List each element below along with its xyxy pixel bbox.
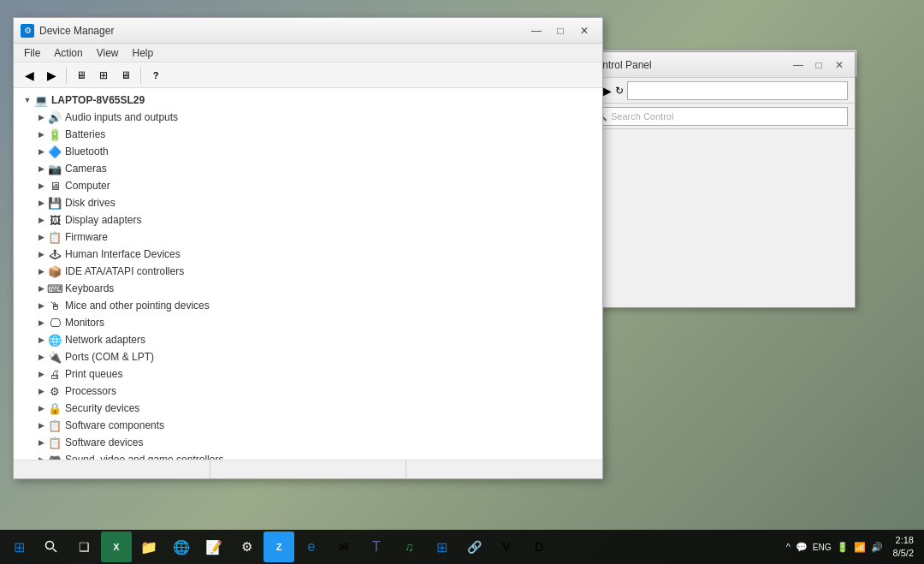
dm-maximize-button[interactable]: □ [549, 22, 572, 39]
toolbar-separator-2 [140, 67, 141, 84]
taskbar-teams-icon[interactable]: T [361, 531, 392, 562]
taskbar-zoom-icon[interactable]: Z [264, 531, 294, 562]
cp-refresh-button[interactable]: ↻ [615, 85, 624, 97]
taskbar-explorer-icon[interactable]: 📁 [133, 531, 164, 562]
tree-expand-icon[interactable]: ▶ [34, 367, 48, 381]
tree-item[interactable]: ▶🎮Sound, video and game controllers [14, 451, 602, 460]
tree-item[interactable]: ▶📋Software components [14, 417, 602, 434]
tree-item[interactable]: ▶📋Firmware [14, 229, 602, 246]
menu-action[interactable]: Action [47, 45, 89, 61]
tree-root-item[interactable]: ▼ 💻 LAPTOP-8V65SL29 [14, 92, 602, 109]
cp-search-bar[interactable]: 🔍 Search Control [589, 107, 848, 126]
cp-forward-button[interactable]: ▶ [602, 84, 612, 98]
toolbar-monitor-button[interactable]: 🖥 [116, 65, 136, 86]
systray-language[interactable]: ENG [813, 543, 832, 552]
tree-expand-icon[interactable]: ▶ [34, 110, 48, 124]
tree-expand-icon[interactable]: ▶ [34, 299, 48, 312]
toolbar-help-button[interactable]: ? [145, 65, 166, 86]
taskbar-spotify-icon[interactable]: ♫ [394, 531, 424, 562]
dm-close-button[interactable]: ✕ [573, 22, 595, 39]
tree-item-icon: 🌐 [48, 333, 62, 347]
taskbar-apps-icon[interactable]: ⊞ [426, 531, 457, 562]
taskbar-app4-icon[interactable]: D [524, 531, 554, 562]
tree-item-label: Software devices [65, 436, 143, 448]
cp-minimize-button[interactable]: — [790, 56, 807, 74]
tree-item[interactable]: ▶⌨Keyboards [14, 280, 602, 297]
tree-expand-icon[interactable]: ▶ [34, 213, 48, 227]
tree-item-icon: 💾 [48, 196, 62, 210]
start-button[interactable]: ⊞ [3, 531, 34, 562]
tree-expand-icon[interactable]: ▶ [34, 316, 48, 329]
toolbar-computer-button[interactable]: 🖥 [71, 65, 92, 86]
tree-item-label: Display adapters [65, 214, 141, 226]
tree-item[interactable]: ▶🔒Security devices [14, 400, 602, 417]
tree-item[interactable]: ▶🖵Monitors [14, 314, 602, 331]
menu-file[interactable]: File [17, 45, 47, 61]
tree-expand-icon[interactable]: ▶ [34, 401, 48, 415]
tree-item[interactable]: ▶🔷Bluetooth [14, 143, 602, 160]
tree-item[interactable]: ▶📷Cameras [14, 160, 602, 177]
taskbar-chrome-icon[interactable]: 🌐 [166, 531, 197, 562]
tree-expand-icon[interactable]: ▶ [34, 196, 48, 210]
tree-item[interactable]: ▶🖥Computer [14, 177, 602, 194]
systray-volume[interactable]: 🔊 [871, 542, 883, 553]
tree-item-icon: 🖼 [48, 213, 62, 227]
tree-item[interactable]: ▶🖨Print queues [14, 365, 602, 383]
tree-expand-icon[interactable]: ▶ [34, 419, 48, 432]
tree-expand-icon[interactable]: ▶ [34, 247, 48, 261]
tree-item[interactable]: ▶💾Disk drives [14, 194, 602, 211]
taskbar-edge-icon[interactable]: e [296, 531, 327, 562]
root-expand-icon[interactable]: ▼ [21, 93, 34, 107]
systray-notification[interactable]: 💬 [796, 542, 808, 553]
toolbar-separator-1 [66, 67, 67, 84]
taskbar-search-button[interactable] [36, 531, 67, 562]
root-label: LAPTOP-8V65SL29 [51, 94, 145, 106]
tree-item-icon: 📦 [48, 264, 62, 278]
taskbar-app3-icon[interactable]: V [491, 531, 522, 562]
taskview-button[interactable]: ❑ [68, 531, 99, 562]
tree-expand-icon[interactable]: ▶ [34, 436, 48, 449]
menu-view[interactable]: View [90, 45, 126, 61]
systray-battery: 🔋 [837, 542, 849, 553]
cp-address-bar[interactable] [627, 81, 848, 100]
taskbar-notepad-icon[interactable]: 📝 [198, 531, 229, 562]
toolbar-grid-button[interactable]: ⊞ [93, 65, 114, 86]
tree-expand-icon[interactable]: ▶ [34, 264, 48, 278]
menu-help[interactable]: Help [126, 45, 161, 61]
tree-item[interactable]: ▶🕹Human Interface Devices [14, 246, 602, 263]
device-manager-window: ⚙ Device Manager — □ ✕ File Action View … [13, 17, 603, 479]
toolbar-back-button[interactable]: ◀ [19, 65, 39, 86]
taskbar-settings-icon[interactable]: ⚙ [231, 531, 262, 562]
tree-item[interactable]: ▶🖼Display adapters [14, 211, 602, 229]
tree-expand-icon[interactable]: ▶ [34, 453, 48, 460]
systray-up-arrow[interactable]: ^ [786, 542, 791, 552]
tree-item-label: Human Interface Devices [65, 248, 181, 260]
tree-expand-icon[interactable]: ▶ [34, 350, 48, 364]
tree-item[interactable]: ▶⚙Processors [14, 383, 602, 400]
cp-close-button[interactable]: ✕ [831, 56, 848, 74]
tree-expand-icon[interactable]: ▶ [34, 333, 48, 347]
tree-item[interactable]: ▶🔌Ports (COM & LPT) [14, 348, 602, 365]
toolbar-forward-button[interactable]: ▶ [41, 65, 62, 86]
taskbar-clock[interactable]: 2:18 8/5/2 [893, 534, 914, 561]
tree-item[interactable]: ▶🖱Mice and other pointing devices [14, 297, 602, 314]
taskbar-app2-icon[interactable]: 🔗 [459, 531, 489, 562]
tree-expand-icon[interactable]: ▶ [34, 128, 48, 141]
tree-item[interactable]: ▶🔊Audio inputs and outputs [14, 109, 602, 126]
tree-expand-icon[interactable]: ▶ [34, 145, 48, 158]
taskbar-mail-icon[interactable]: ✉ [329, 531, 359, 562]
tree-item-label: Print queues [65, 368, 122, 380]
tree-expand-icon[interactable]: ▶ [34, 162, 48, 175]
dm-minimize-button[interactable]: — [525, 22, 548, 39]
tree-item[interactable]: ▶📦IDE ATA/ATAPI controllers [14, 263, 602, 280]
tree-item[interactable]: ▶🌐Network adapters [14, 331, 602, 348]
device-tree-content[interactable]: ▼ 💻 LAPTOP-8V65SL29 ▶🔊Audio inputs and o… [14, 88, 602, 460]
cp-maximize-button[interactable]: □ [810, 56, 827, 74]
taskbar-excel-icon[interactable]: X [101, 531, 132, 562]
tree-expand-icon[interactable]: ▶ [34, 230, 48, 244]
tree-expand-icon[interactable]: ▶ [34, 384, 48, 398]
tree-item-icon: 🔒 [48, 401, 62, 415]
tree-item[interactable]: ▶🔋Batteries [14, 126, 602, 143]
tree-item[interactable]: ▶📋Software devices [14, 434, 602, 451]
tree-expand-icon[interactable]: ▶ [34, 179, 48, 193]
